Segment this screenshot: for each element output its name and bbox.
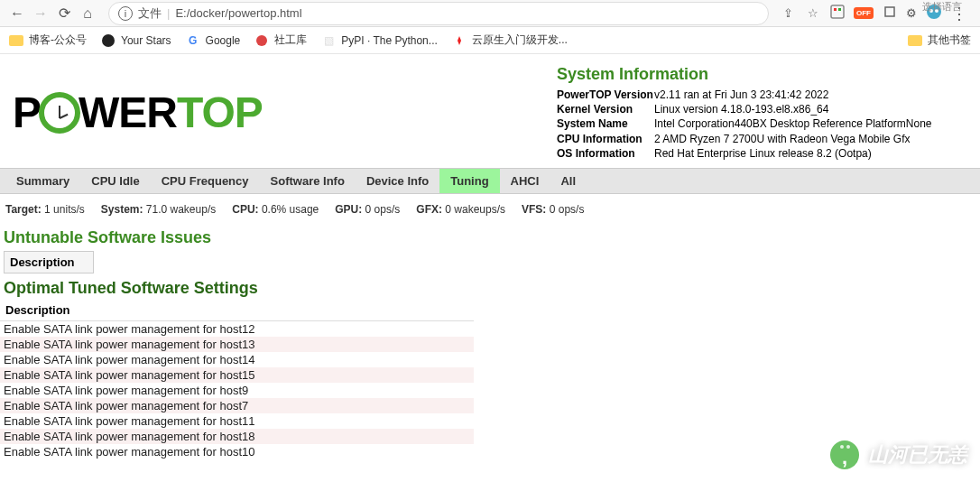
- metrics-row: Target: 1 units/sSystem: 71.0 wakeup/sCP…: [0, 194, 980, 225]
- table-row: Enable SATA link power management for ho…: [0, 429, 474, 444]
- system-info-panel: System Information PowerTOP Versionv2.11…: [557, 65, 967, 161]
- bookmark-item[interactable]: 博客-公众号: [9, 32, 87, 48]
- bookmark-bar: 博客-公众号 Your Stars GGoogle 社工库 ▧PyPI · Th…: [0, 27, 980, 54]
- share-icon[interactable]: ⇪: [780, 5, 796, 22]
- optimal-col-header: Description: [0, 300, 474, 321]
- svg-rect-2: [838, 8, 841, 11]
- sysinfo-label: System Name: [557, 116, 654, 131]
- bookmark-label: PyPI · The Python...: [341, 34, 438, 47]
- table-row: Enable SATA link power management for ho…: [0, 444, 474, 459]
- tab-cpu-idle[interactable]: CPU Idle: [80, 169, 150, 193]
- tab-all[interactable]: All: [550, 169, 587, 193]
- address-bar[interactable]: i 文件 | E:/docker/powertop.html: [108, 2, 769, 25]
- sysinfo-row: Kernel VersionLinux version 4.18.0-193.e…: [557, 102, 967, 116]
- reload-button[interactable]: ⟳: [54, 4, 74, 23]
- metric: CPU: 0.6% usage: [232, 203, 319, 216]
- sysinfo-value: Red Hat Enterprise Linux release 8.2 (Oo…: [654, 146, 872, 161]
- browser-toolbar: ← → ⟳ ⌂ i 文件 | E:/docker/powertop.html ⇪…: [0, 0, 980, 27]
- bookmark-item[interactable]: 社工库: [254, 32, 307, 48]
- url-separator: |: [167, 6, 170, 20]
- bookmark-star-icon[interactable]: ☆: [805, 5, 821, 22]
- metric: VFS: 0 ops/s: [522, 203, 584, 216]
- sysinfo-label: PowerTOP Version: [557, 88, 654, 102]
- logo-o-icon: [39, 92, 80, 134]
- url-scheme: 文件: [138, 5, 162, 22]
- other-bookmarks[interactable]: 其他书签: [908, 32, 971, 48]
- pypi-icon: ▧: [321, 33, 336, 48]
- svg-rect-0: [831, 5, 844, 18]
- optimal-table: Description Enable SATA link power manag…: [0, 300, 474, 459]
- table-row: Enable SATA link power management for ho…: [0, 413, 474, 429]
- tab-cpu-frequency[interactable]: CPU Frequency: [151, 169, 260, 193]
- huawei-icon: [452, 33, 467, 48]
- optimal-heading: Optimal Tuned Software Settings: [0, 275, 980, 300]
- folder-icon: [908, 35, 922, 46]
- svg-point-7: [256, 35, 267, 46]
- tab-software-info[interactable]: Software Info: [260, 169, 356, 193]
- info-icon: i: [118, 6, 133, 21]
- untunable-col-header: Description: [4, 251, 94, 273]
- home-button[interactable]: ⌂: [78, 4, 97, 23]
- sysinfo-row: CPU Information2 AMD Ryzen 7 2700U with …: [557, 132, 967, 146]
- tab-tuning[interactable]: Tuning: [439, 169, 499, 193]
- sysinfo-label: OS Information: [557, 146, 654, 161]
- extension-1-icon[interactable]: [830, 5, 845, 22]
- bookmark-item[interactable]: 云原生入门级开发...: [452, 32, 568, 48]
- tab-summary[interactable]: Summary: [5, 169, 80, 193]
- sysinfo-row: System NameIntel Corporation440BX Deskto…: [557, 116, 967, 131]
- metric: System: 71.0 wakeup/s: [101, 203, 216, 216]
- metric: GPU: 0 ops/s: [335, 203, 400, 216]
- bookmark-label: 云原生入门级开发...: [472, 32, 568, 48]
- tab-ahci[interactable]: AHCI: [500, 169, 550, 193]
- bookmark-item[interactable]: GGoogle: [186, 33, 241, 48]
- watermark-text: 山河已无恙: [868, 441, 967, 468]
- table-row: Enable SATA link power management for ho…: [0, 398, 474, 413]
- watermark: , 山河已无恙: [830, 440, 967, 469]
- table-row: Enable SATA link power management for ho…: [0, 367, 474, 383]
- bookmark-item[interactable]: ▧PyPI · The Python...: [321, 33, 438, 48]
- github-icon: [101, 33, 116, 48]
- extension-wrench-icon[interactable]: ⚙: [906, 6, 917, 20]
- google-icon: G: [186, 33, 200, 48]
- sysinfo-value: v2.11 ran at Fri Jun 3 23:41:42 2022: [654, 88, 828, 102]
- sysinfo-label: CPU Information: [557, 132, 654, 146]
- page-content: PWERTOP System Information PowerTOP Vers…: [0, 54, 980, 459]
- forward-button[interactable]: →: [31, 4, 51, 23]
- svg-point-6: [102, 34, 115, 47]
- extension-puzzle-icon[interactable]: [883, 5, 897, 22]
- tab-device-info[interactable]: Device Info: [356, 169, 439, 193]
- sysinfo-value: Intel Corporation440BX Desktop Reference…: [654, 116, 932, 131]
- table-row: Enable SATA link power management for ho…: [0, 337, 474, 352]
- table-row: Enable SATA link power management for ho…: [0, 383, 474, 398]
- bookmark-label: 其他书签: [928, 32, 971, 48]
- table-row: Enable SATA link power management for ho…: [0, 321, 474, 337]
- back-button[interactable]: ←: [7, 4, 27, 23]
- sysinfo-value: Linux version 4.18.0-193.el8.x86_64: [654, 102, 828, 116]
- bookmark-label: 社工库: [274, 32, 307, 48]
- bookmark-item[interactable]: Your Stars: [101, 33, 171, 48]
- table-row: Enable SATA link power management for ho…: [0, 352, 474, 367]
- sysinfo-row: PowerTOP Versionv2.11 ran at Fri Jun 3 2…: [557, 88, 967, 102]
- metric: Target: 1 units/s: [5, 203, 85, 216]
- folder-icon: [9, 35, 23, 46]
- site-icon: [254, 33, 269, 48]
- wechat-icon: ,: [830, 440, 859, 469]
- extension-off-badge[interactable]: OFF: [854, 7, 874, 19]
- untunable-heading: Untunable Software Issues: [0, 225, 980, 249]
- sysinfo-label: Kernel Version: [557, 102, 654, 116]
- powertop-logo: PWERTOP: [13, 65, 263, 161]
- tab-bar: SummaryCPU IdleCPU FrequencySoftware Inf…: [0, 168, 980, 194]
- svg-rect-1: [834, 8, 837, 11]
- metric: GFX: 0 wakeups/s: [416, 203, 505, 216]
- bookmark-label: Your Stars: [121, 34, 171, 47]
- sysinfo-row: OS InformationRed Hat Enterprise Linux r…: [557, 146, 967, 161]
- sysinfo-value: 2 AMD Ryzen 7 2700U with Radeon Vega Mob…: [654, 132, 911, 146]
- bookmark-label: 博客-公众号: [29, 32, 87, 48]
- system-info-title: System Information: [557, 65, 967, 84]
- language-hint: 选择语言: [922, 0, 962, 14]
- url-text: E:/docker/powertop.html: [175, 6, 301, 20]
- bookmark-label: Google: [206, 34, 241, 47]
